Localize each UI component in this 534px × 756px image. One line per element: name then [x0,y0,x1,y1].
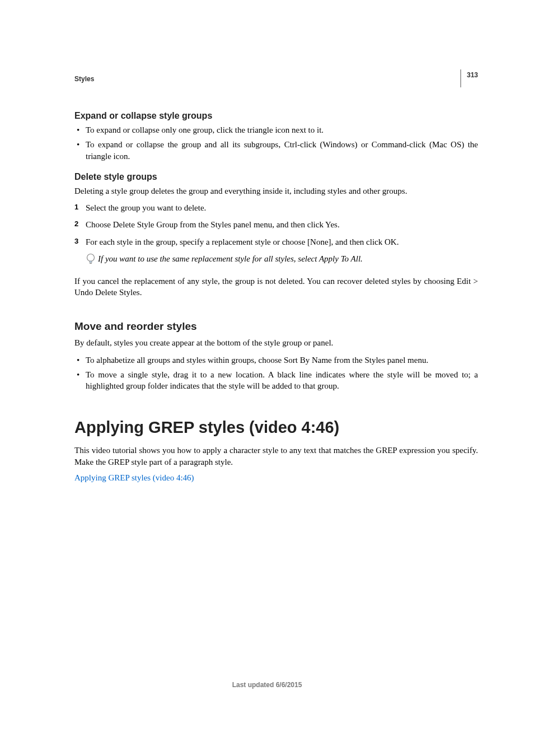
list-item: For each style in the group, specify a r… [74,236,478,248]
grep-video-link[interactable]: Applying GREP styles (video 4:46) [74,473,478,483]
tip-row: If you want to use the same replacement … [86,253,478,265]
delete-after: If you cancel the replacement of any sty… [74,276,478,298]
delete-steps: Select the group you want to delete. Cho… [74,202,478,248]
grep-body: This video tutorial shows you how to app… [74,445,478,468]
footer-last-updated: Last updated 6/6/2015 [0,681,534,689]
list-item: To expand or collapse only one group, cl… [74,124,478,136]
heading-expand-collapse: Expand or collapse style groups [74,111,478,121]
list-item: To expand or collapse the group and all … [74,139,478,162]
list-item: Choose Delete Style Group from the Style… [74,219,478,230]
heading-grep: Applying GREP styles (video 4:46) [74,418,478,437]
page: 313 Styles Expand or collapse style grou… [0,0,534,756]
page-number-box: 313 [460,69,478,87]
expand-bullets: To expand or collapse only one group, cl… [74,124,478,162]
heading-delete-groups: Delete style groups [74,172,478,182]
list-item: To alphabetize all groups and styles wit… [74,354,478,366]
list-item: Select the group you want to delete. [74,202,478,213]
move-intro: By default, styles you create appear at … [74,337,478,348]
svg-point-0 [87,254,95,261]
lightbulb-icon [86,253,96,265]
list-item: To move a single style, drag it to a new… [74,369,478,392]
page-number: 313 [467,71,478,79]
heading-move-reorder: Move and reorder styles [74,320,478,333]
move-bullets: To alphabetize all groups and styles wit… [74,354,478,392]
tip-text: If you want to use the same replacement … [98,253,363,264]
chapter-label: Styles [74,75,478,83]
delete-intro: Deleting a style group deletes the group… [74,185,478,197]
